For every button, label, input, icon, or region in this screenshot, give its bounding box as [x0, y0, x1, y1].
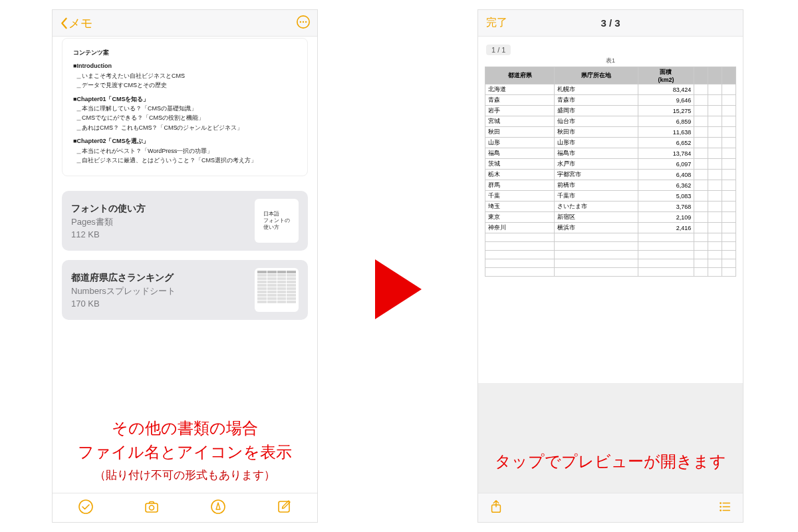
- preview-body[interactable]: 1 / 1 表1 都道府県県庁所在地面積 (km2) 北海道札幌市83,424青…: [478, 37, 743, 493]
- table-cell: [708, 233, 722, 242]
- table-cell: 新宿区: [555, 212, 638, 223]
- note-line: ＿あれはCMS？ これもCMS？「CMSのジャンルとビジネス」: [76, 123, 297, 132]
- table-cell: [722, 212, 736, 223]
- done-button[interactable]: 完了: [486, 16, 507, 30]
- table-cell: 6,362: [638, 180, 694, 191]
- table-cell: [708, 223, 722, 233]
- attachment-size: 170 KB: [71, 299, 248, 309]
- attachment-card[interactable]: 都道府県広さランキングNumbersスプレッドシート170 KB: [62, 260, 308, 320]
- table-row: 栃木宇都宮市6,408: [485, 170, 736, 180]
- table-cell: [694, 138, 708, 148]
- column-header: [722, 67, 736, 84]
- table-cell: [694, 251, 708, 259]
- table-cell: [708, 201, 722, 212]
- column-header: [708, 67, 722, 84]
- note-line: ＿いまこそ考えたい自社ビジネスとCMS: [76, 71, 297, 80]
- table-cell: [555, 251, 638, 259]
- caption-right: タップでプレビューが開きます: [472, 450, 749, 473]
- table-cell: [722, 251, 736, 259]
- table-cell: 山形: [485, 138, 555, 148]
- note-line: ＿データで見渡すCMSとその歴史: [76, 80, 297, 90]
- table-cell: 6,408: [638, 170, 694, 180]
- table-cell: 神奈川: [485, 223, 555, 233]
- svg-point-3: [305, 21, 307, 22]
- table-row: [485, 233, 736, 242]
- table-row: [485, 251, 736, 259]
- svg-point-6: [150, 505, 154, 510]
- list-button[interactable]: [718, 499, 732, 517]
- table-cell: [722, 159, 736, 170]
- table-cell: 青森市: [555, 95, 638, 106]
- table-cell: [708, 259, 722, 268]
- table-cell: [722, 148, 736, 159]
- table-cell: [708, 95, 722, 106]
- table-cell: 東京: [485, 212, 555, 223]
- table-cell: [722, 242, 736, 251]
- table-cell: [694, 95, 708, 106]
- table-cell: 宮城: [485, 116, 555, 127]
- camera-button[interactable]: [144, 499, 160, 517]
- table-cell: 5,083: [638, 191, 694, 201]
- markup-button[interactable]: [210, 499, 226, 517]
- caption-subline: （貼り付け不可の形式もあります）: [33, 467, 336, 484]
- back-label: メモ: [68, 15, 92, 31]
- table-row: 東京新宿区2,109: [485, 212, 736, 223]
- sheet-page: 1 / 1 表1 都道府県県庁所在地面積 (km2) 北海道札幌市83,424青…: [485, 42, 736, 277]
- preview-empty-area: [478, 383, 743, 493]
- checklist-button[interactable]: [78, 499, 94, 517]
- attachment-card[interactable]: フォントの使い方Pages書類112 KB日本語 フォントの 使い方: [62, 191, 308, 251]
- table-cell: [638, 268, 694, 277]
- table-row: 山形山形市6,652: [485, 138, 736, 148]
- table-cell: 2,416: [638, 223, 694, 233]
- note-line: ＿本当にそれがベスト？「WordPress一択の功罪」: [76, 146, 297, 156]
- column-header: 都道府県: [485, 67, 555, 84]
- table-cell: [722, 106, 736, 116]
- table-cell: 横浜市: [555, 223, 638, 233]
- column-header: 面積 (km2): [638, 67, 694, 84]
- table-cell: [694, 233, 708, 242]
- table-cell: [708, 159, 722, 170]
- table-cell: [694, 201, 708, 212]
- more-button[interactable]: [296, 15, 311, 32]
- table-cell: [638, 259, 694, 268]
- table-cell: [708, 106, 722, 116]
- share-button[interactable]: [489, 499, 503, 517]
- table-cell: [694, 127, 708, 138]
- table-cell: [555, 242, 638, 251]
- table-row: [485, 242, 736, 251]
- note-text-card[interactable]: コンテンツ案 ■Introduction＿いまこそ考えたい自社ビジネスとCMS＿…: [62, 38, 308, 176]
- table-cell: [485, 251, 555, 259]
- note-line: ＿自社ビジネスに最適、とはどういうこと？「CMS選択の考え方」: [76, 156, 297, 165]
- table-cell: [722, 127, 736, 138]
- table-cell: [722, 116, 736, 127]
- table-cell: [694, 191, 708, 201]
- note-section-title: ■Chapter02「CMSを選ぶ」: [73, 136, 297, 146]
- table-cell: さいたま市: [555, 201, 638, 212]
- note-line: ＿CMSでなにができる？「CMSの役割と機能」: [76, 113, 297, 122]
- table-cell: 秋田市: [555, 127, 638, 138]
- arrow-icon: [375, 259, 422, 319]
- svg-point-11: [720, 505, 722, 507]
- table-cell: 11,638: [638, 127, 694, 138]
- spreadsheet-table: 都道府県県庁所在地面積 (km2) 北海道札幌市83,424青森青森市9,646…: [485, 66, 736, 277]
- table-row: 千葉千葉市5,083: [485, 191, 736, 201]
- table-cell: [708, 127, 722, 138]
- table-cell: [485, 268, 555, 277]
- note-heading: コンテンツ案: [73, 48, 297, 57]
- table-cell: 83,424: [638, 84, 694, 95]
- table-cell: [708, 191, 722, 201]
- svg-rect-8: [279, 501, 289, 512]
- table-cell: [694, 116, 708, 127]
- table-row: 秋田秋田市11,638: [485, 127, 736, 138]
- table-cell: 千葉: [485, 191, 555, 201]
- back-button[interactable]: メモ: [59, 15, 92, 31]
- caption-left: その他の書類の場合 ファイル名とアイコンを表示 （貼り付け不可の形式もあります）: [33, 416, 336, 484]
- page-indicator: 3 / 3: [600, 17, 620, 29]
- table-cell: [708, 212, 722, 223]
- svg-point-1: [300, 21, 301, 22]
- table-cell: [694, 159, 708, 170]
- compose-button[interactable]: [276, 499, 292, 517]
- table-row: [485, 259, 736, 268]
- table-cell: 仙台市: [555, 116, 638, 127]
- table-cell: [708, 251, 722, 259]
